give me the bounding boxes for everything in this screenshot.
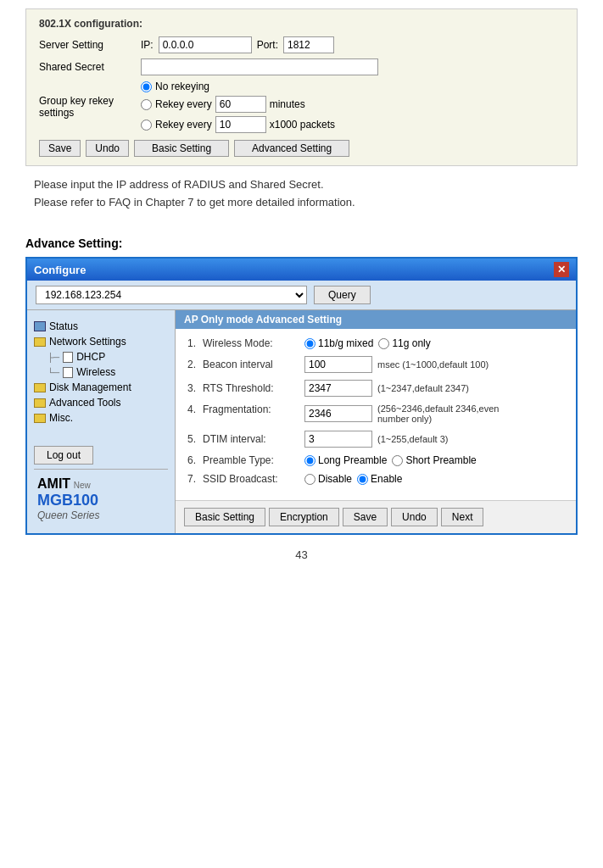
port-input[interactable] xyxy=(283,36,334,53)
rekey-min-radio[interactable] xyxy=(141,99,152,110)
ssid-enable-label: Enable xyxy=(371,473,402,485)
rts-note: (1~2347,default 2347) xyxy=(377,383,469,393)
ip-label: IP: xyxy=(141,39,154,51)
wireless-mode-value: 11b/g mixed 11g only xyxy=(304,337,564,349)
rekey-pkt-label: Rekey every xyxy=(155,119,212,131)
logo-amit: AMIT New xyxy=(37,476,165,492)
basic-setting-btn[interactable]: Basic Setting xyxy=(184,508,265,526)
toolbar: 192.168.123.254 Query xyxy=(27,281,576,310)
ssid-disable-option[interactable]: Disable xyxy=(304,473,352,485)
short-preamble-radio[interactable] xyxy=(392,455,403,466)
ip-input[interactable] xyxy=(159,36,252,53)
dtim-label: DTIM interval: xyxy=(203,433,304,445)
long-preamble-radio[interactable] xyxy=(304,455,315,466)
frag-label: Fragmentation: xyxy=(203,403,304,415)
rekey-options: No rekeying Rekey every minutes Rekey ev… xyxy=(141,81,335,133)
desc1: Please input the IP address of RADIUS an… xyxy=(25,178,578,191)
config-title: 802.1X configuration: xyxy=(39,18,564,30)
main-content: AP Only mode Advanced Setting 1. Wireles… xyxy=(176,310,576,533)
bottom-buttons: Basic Setting Encryption Save Undo Next xyxy=(176,500,576,533)
sidebar-label-network: Network Settings xyxy=(49,336,126,348)
sidebar-item-advanced-tools[interactable]: Advanced Tools xyxy=(34,395,168,410)
wireless-mode-label: Wireless Mode: xyxy=(203,337,304,349)
frag-note: (256~2346,default 2346,evennumber only) xyxy=(377,403,499,424)
shared-input[interactable] xyxy=(141,58,378,75)
sidebar-item-misc[interactable]: Misc. xyxy=(34,410,168,426)
mgb-text: MGB100 xyxy=(37,492,165,509)
sidebar: Status Network Settings ├─ DHCP └─ xyxy=(27,310,176,533)
logout-container: Log out xyxy=(34,439,168,465)
row-num-4: 4. xyxy=(187,403,203,415)
wireless-11g-radio[interactable] xyxy=(378,338,389,349)
ssid-enable-radio[interactable] xyxy=(357,474,368,485)
row-num-2: 2. xyxy=(187,359,203,370)
no-rekey-label: No rekeying xyxy=(155,81,209,92)
main-header: AP Only mode Advanced Setting xyxy=(176,310,576,329)
sidebar-item-network[interactable]: Network Settings xyxy=(34,334,168,349)
dtim-input[interactable] xyxy=(304,431,372,448)
configure-dialog: Configure ✕ 192.168.123.254 Query Status xyxy=(25,257,578,535)
sidebar-label-advanced: Advanced Tools xyxy=(49,397,121,409)
basic-setting-button[interactable]: Basic Setting xyxy=(134,140,229,157)
sidebar-label-status: Status xyxy=(49,320,78,332)
queen-text: Queen Series xyxy=(37,509,165,521)
file-icon2 xyxy=(63,367,73,378)
row-num-7: 7. xyxy=(187,473,203,485)
folder-icon2 xyxy=(34,383,46,392)
sidebar-label-misc: Misc. xyxy=(49,412,73,424)
rekey-min-input[interactable] xyxy=(215,96,266,113)
shared-label: Shared Secret xyxy=(39,61,141,73)
row-num-1: 1. xyxy=(187,337,203,349)
query-button[interactable]: Query xyxy=(314,286,371,304)
sidebar-label-dhcp: DHCP xyxy=(76,351,105,363)
wireless-mode-row: 1. Wireless Mode: 11b/g mixed 11g only xyxy=(187,337,564,349)
sidebar-item-dhcp[interactable]: ├─ DHCP xyxy=(47,349,168,364)
folder-icon xyxy=(34,337,46,347)
wireless-11g-label: 11g only xyxy=(392,337,430,349)
port-label: Port: xyxy=(257,39,278,51)
beacon-input[interactable] xyxy=(304,356,372,373)
rekey-pkt-input[interactable] xyxy=(215,116,266,133)
wireless-11bg-radio[interactable] xyxy=(304,338,315,349)
ssid-enable-option[interactable]: Enable xyxy=(357,473,402,485)
ip-select[interactable]: 192.168.123.254 xyxy=(36,286,307,304)
next-btn[interactable]: Next xyxy=(441,508,484,526)
amit-text: AMIT xyxy=(37,476,70,491)
beacon-label: Beacon interval xyxy=(203,359,304,370)
server-label: Server Setting xyxy=(39,39,141,51)
rekey-min-label: Rekey every xyxy=(155,98,212,110)
ssid-disable-radio[interactable] xyxy=(304,474,315,485)
ip-row: IP: Port: xyxy=(141,36,334,53)
no-rekey-radio[interactable] xyxy=(141,81,152,92)
sidebar-item-status[interactable]: Status xyxy=(34,319,168,334)
wireless-11g-option[interactable]: 11g only xyxy=(378,337,430,349)
sidebar-label-wireless: Wireless xyxy=(76,366,115,378)
long-preamble-option[interactable]: Long Preamble xyxy=(304,454,387,466)
preamble-row: 6. Preamble Type: Long Preamble Short Pr… xyxy=(187,454,564,466)
undo-button[interactable]: Undo xyxy=(86,140,129,157)
save-btn[interactable]: Save xyxy=(343,508,388,526)
encryption-btn[interactable]: Encryption xyxy=(269,508,339,526)
monitor-icon xyxy=(34,321,46,331)
frag-input[interactable] xyxy=(304,405,372,422)
short-preamble-option[interactable]: Short Preamble xyxy=(392,454,476,466)
advanced-setting-button[interactable]: Advanced Setting xyxy=(234,140,349,157)
close-button[interactable]: ✕ xyxy=(554,262,569,277)
preamble-value: Long Preamble Short Preamble xyxy=(304,454,564,466)
sidebar-nav: Status Network Settings ├─ DHCP └─ xyxy=(34,319,168,465)
sidebar-item-wireless[interactable]: └─ Wireless xyxy=(47,364,168,380)
config-buttons: Save Undo Basic Setting Advanced Setting xyxy=(39,140,564,157)
dtim-row: 5. DTIM interval: (1~255,default 3) xyxy=(187,431,564,448)
logout-button[interactable]: Log out xyxy=(34,446,93,465)
beacon-row: 2. Beacon interval msec (1~1000,default … xyxy=(187,356,564,373)
rekey-pkt-radio[interactable] xyxy=(141,120,152,131)
sidebar-label-disk: Disk Management xyxy=(49,381,131,393)
save-button[interactable]: Save xyxy=(39,140,81,157)
rts-input[interactable] xyxy=(304,380,372,397)
wireless-11bg-label: 11b/g mixed xyxy=(318,337,373,349)
wireless-11bg-option[interactable]: 11b/g mixed xyxy=(304,337,373,349)
sidebar-item-disk[interactable]: Disk Management xyxy=(34,380,168,395)
undo-btn[interactable]: Undo xyxy=(391,508,438,526)
advance-heading: Advance Setting: xyxy=(25,236,578,250)
file-icon xyxy=(63,352,73,363)
